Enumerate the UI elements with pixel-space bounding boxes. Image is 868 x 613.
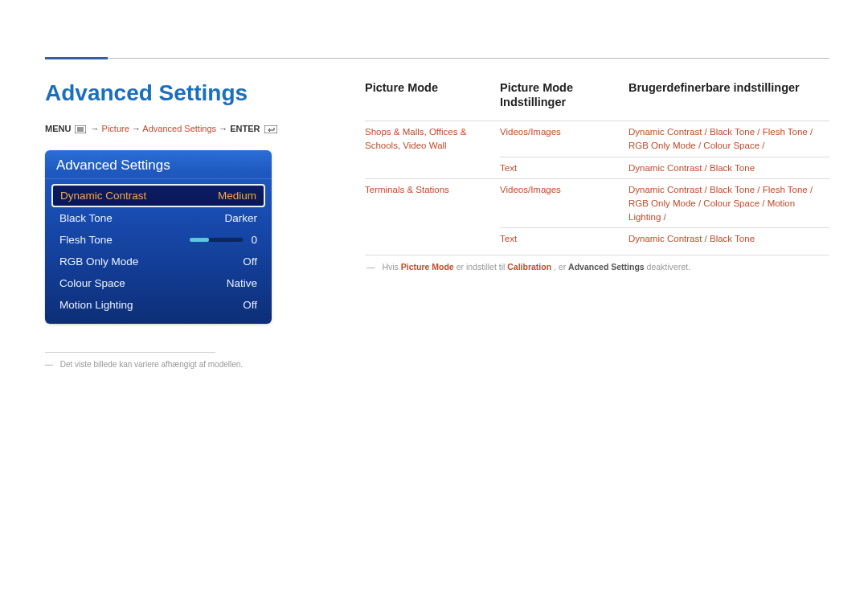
calib-mid1: er indstillet til <box>457 262 506 272</box>
top-rule <box>45 58 829 59</box>
table-cell-sub: Text <box>500 227 628 250</box>
table-cell-mode: Terminals & Stations <box>365 178 500 250</box>
breadcrumb-menu: MENU <box>45 124 71 133</box>
breadcrumb-enter: ENTER <box>230 124 260 133</box>
osd-row-label: Flesh Tone <box>59 234 113 246</box>
table-cell-opts: Dynamic Contrast / Black Tone <box>628 227 829 250</box>
breadcrumb-arrow-1: → <box>91 124 100 133</box>
osd-row-value: Off <box>243 299 257 311</box>
osd-slider-cell: 0 <box>190 234 257 246</box>
osd-row-label: Colour Space <box>59 277 125 289</box>
table-header-picture-mode: Picture Mode <box>365 80 500 109</box>
page-title: Advanced Settings <box>45 80 248 106</box>
calib-dash: ― <box>366 262 375 272</box>
table-cell-sub: Videos/Images <box>500 121 628 156</box>
menu-icon <box>75 125 86 133</box>
enter-icon <box>264 125 277 133</box>
table-cell-opts: Dynamic Contrast / Black Tone <box>628 157 829 179</box>
flesh-tone-slider[interactable] <box>190 238 243 242</box>
table-cell-sub: Videos/Images <box>500 178 628 227</box>
osd-row-label: RGB Only Mode <box>59 255 138 268</box>
osd-row-label: Dynamic Contrast <box>60 190 146 202</box>
osd-row-rgb-only-mode[interactable]: RGB Only ModeOff <box>51 251 265 272</box>
breadcrumb-advanced: Advanced Settings <box>142 124 216 133</box>
osd-row-value: Native <box>227 277 257 289</box>
osd-row-dynamic-contrast[interactable]: Dynamic ContrastMedium <box>51 184 265 207</box>
osd-row-label: Black Tone <box>59 212 113 224</box>
osd-row-colour-space[interactable]: Colour SpaceNative <box>51 272 265 294</box>
calib-post: deaktiveret. <box>647 262 690 272</box>
table-header-brugerdef: Brugerdefinerbare indstillinger <box>628 80 829 109</box>
slider-fill <box>190 238 209 242</box>
osd-row-label: Motion Lighting <box>59 299 133 311</box>
footnote-rule <box>45 352 215 353</box>
calibration-note: ― Hvis Picture Mode er indstillet til Ca… <box>365 255 829 272</box>
osd-row-flesh-tone[interactable]: Flesh Tone0 <box>51 229 265 251</box>
calib-cal: Calibration <box>507 262 551 272</box>
calib-pm: Picture Mode <box>401 262 454 272</box>
footnote-text: Det viste billede kan variere afhængigt … <box>60 360 243 369</box>
osd-row-black-tone[interactable]: Black ToneDarker <box>51 207 265 229</box>
osd-panel: Advanced Settings Dynamic ContrastMedium… <box>45 150 272 324</box>
footnote: ― Det viste billede kan variere afhængig… <box>45 360 243 369</box>
table-headers: Picture Mode Picture Mode Indstillinger … <box>365 80 829 109</box>
calib-mid2: , er <box>554 262 566 272</box>
right-pane: Picture Mode Picture Mode Indstillinger … <box>365 80 829 272</box>
settings-table: Shops & Malls, Offices & Schools, Video … <box>365 121 829 250</box>
svg-rect-4 <box>264 125 277 133</box>
osd-title: Advanced Settings <box>45 150 272 179</box>
osd-row-motion-lighting[interactable]: Motion LightingOff <box>51 294 265 316</box>
footnote-dash: ― <box>45 360 53 369</box>
osd-rows: Dynamic ContrastMediumBlack ToneDarkerFl… <box>45 179 272 324</box>
table-header-indstillinger: Picture Mode Indstillinger <box>500 80 628 109</box>
breadcrumb-arrow-2: → <box>132 124 141 133</box>
top-rule-accent <box>45 57 108 59</box>
osd-row-value: 0 <box>251 234 257 246</box>
table-cell-opts: Dynamic Contrast / Black Tone / Flesh To… <box>628 121 829 156</box>
osd-row-value: Off <box>243 255 257 268</box>
calib-pre: Hvis <box>382 262 398 272</box>
table-cell-mode: Shops & Malls, Offices & Schools, Video … <box>365 121 500 178</box>
osd-row-value: Darker <box>224 212 257 224</box>
breadcrumb-arrow-3: → <box>219 124 227 133</box>
table-cell-opts: Dynamic Contrast / Black Tone / Flesh To… <box>628 178 829 227</box>
calib-adv: Advanced Settings <box>568 262 645 272</box>
osd-row-value: Medium <box>218 190 256 202</box>
breadcrumb: MENU → Picture → Advanced Settings → ENT… <box>45 124 279 133</box>
table-cell-sub: Text <box>500 157 628 179</box>
breadcrumb-picture: Picture <box>102 124 129 133</box>
